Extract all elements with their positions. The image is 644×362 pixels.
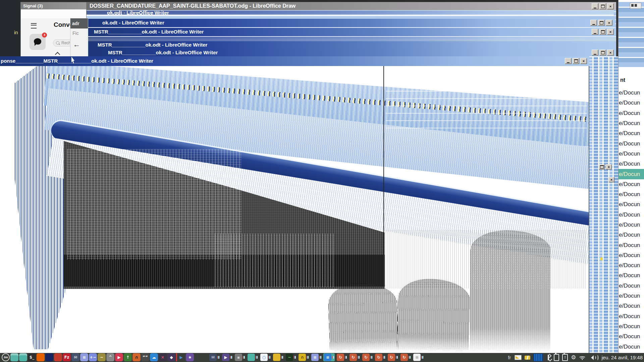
- file-list-item[interactable]: e/Docun: [619, 138, 644, 148]
- cloud-icon[interactable]: ☁: [150, 353, 158, 361]
- maximize-button[interactable]: [598, 20, 605, 26]
- taskbar-window-photo[interactable]: ▪: [234, 353, 246, 361]
- hamburger-menu-icon[interactable]: [31, 23, 37, 28]
- file-list-item[interactable]: e/Docun: [619, 270, 644, 281]
- weave-icon[interactable]: ×: [159, 353, 167, 361]
- chevron-up-icon[interactable]: [55, 52, 60, 56]
- calculator-icon[interactable]: +−: [89, 353, 97, 361]
- taskbar-window-writer-4[interactable]: ↻: [374, 353, 386, 361]
- signal-chats-nav-item[interactable]: 3: [30, 34, 46, 50]
- file-list-item[interactable]: e/Docun: [619, 149, 644, 159]
- taskbar-window-writer-1[interactable]: ↻: [336, 353, 347, 361]
- pipe-tool-icon[interactable]: ~: [98, 353, 106, 361]
- minimize-button[interactable]: [592, 50, 598, 56]
- writer-titlebar-6[interactable]: MSTR____________ok.odt - LibreOffice Wri…: [88, 49, 616, 57]
- marker-icon[interactable]: ▶: [115, 353, 123, 361]
- file-list-item[interactable]: e/Docun: [619, 321, 644, 331]
- file-list-item[interactable]: e/Docun: [619, 169, 644, 179]
- close-button[interactable]: ×: [606, 20, 612, 26]
- sync-tool-icon[interactable]: ▶: [176, 353, 185, 361]
- minimize-button[interactable]: [592, 3, 598, 9]
- bluetooth-icon[interactable]: [548, 355, 549, 360]
- file-list-item[interactable]: e/Docun: [619, 240, 644, 250]
- wifi-icon[interactable]: [579, 355, 586, 360]
- text-editor-icon[interactable]: [45, 353, 53, 361]
- filezilla-icon[interactable]: Fz: [63, 353, 71, 361]
- maximize-button[interactable]: [599, 29, 606, 35]
- maximize-button[interactable]: [599, 3, 606, 9]
- taskbar-window-doc-white[interactable]: ≡: [413, 353, 424, 361]
- close-button[interactable]: ×: [606, 164, 612, 170]
- screen-ruler-icon[interactable]: [515, 355, 522, 360]
- show-desktop-icon[interactable]: [10, 353, 18, 361]
- file-list-item[interactable]: e/Docun: [619, 179, 644, 189]
- taskbar-window-writer-3[interactable]: ↻: [362, 353, 373, 361]
- signal-titlebar[interactable]: Signal (3): [21, 2, 86, 9]
- writer-titlebar-3[interactable]: MSTR____________ok.odt - LibreOffice Wri…: [86, 28, 616, 37]
- back-arrow-icon[interactable]: ←: [73, 41, 80, 49]
- close-button[interactable]: ×: [580, 58, 587, 64]
- updates-gear-icon[interactable]: ⚙: [571, 355, 576, 360]
- network-share-icon[interactable]: ∗: [186, 353, 194, 361]
- taskbar-window-terminal[interactable]: ~: [285, 353, 297, 361]
- file-list-item[interactable]: e/Docun: [619, 128, 644, 138]
- file-list-item[interactable]: e/Docun: [619, 199, 644, 209]
- close-button[interactable]: ×: [608, 177, 614, 182]
- software-update-icon[interactable]: ↑: [124, 353, 132, 361]
- audacity-icon[interactable]: ∩: [132, 353, 141, 361]
- terminal-icon[interactable]: $_: [28, 353, 36, 361]
- file-list-item[interactable]: e/Docun: [619, 210, 644, 220]
- color-picker-icon[interactable]: ^: [106, 353, 114, 361]
- firefox-icon[interactable]: [37, 353, 45, 361]
- taskbar-window-mail[interactable]: ✉: [209, 353, 220, 361]
- file-list-item[interactable]: e/Docun: [619, 311, 644, 321]
- scanner-icon[interactable]: [54, 353, 62, 361]
- file-list-item[interactable]: e/Docun: [619, 220, 644, 230]
- volume-icon[interactable]: [589, 355, 598, 360]
- file-list-item[interactable]: e/Docun: [619, 189, 644, 199]
- mint-menu-icon[interactable]: lm: [2, 353, 10, 361]
- writer-titlebar-1[interactable]: ok.odt - LibreOffice Writer: [86, 10, 614, 15]
- taskbar-window-media[interactable]: ▶: [221, 353, 233, 361]
- close-button[interactable]: ×: [607, 3, 614, 9]
- clock[interactable]: jeu. 24 avril, 19:48: [601, 355, 643, 360]
- system-monitor-icon[interactable]: [533, 354, 543, 361]
- maximize-button[interactable]: [599, 164, 605, 170]
- file-list-item[interactable]: e/Docun: [619, 159, 644, 169]
- taskbar-window-writer-5[interactable]: ↻: [387, 353, 398, 361]
- taskbar-window-writer-2[interactable]: ↻: [349, 353, 360, 361]
- clipboard-icon[interactable]: !: [562, 354, 568, 361]
- minimize-button[interactable]: [565, 58, 572, 64]
- inkscape-icon[interactable]: ◆: [167, 353, 175, 361]
- taskbar-window-doc-purple[interactable]: ≡: [311, 353, 322, 361]
- maximize-button[interactable]: [573, 58, 579, 64]
- writer-titlebar-2[interactable]: ok.odt - LibreOffice Writer ×: [75, 19, 615, 28]
- file-list-item[interactable]: e/Docun: [619, 291, 644, 301]
- writer-main-titlebar[interactable]: ponse__________MSTR____________ok.odt - …: [0, 56, 589, 66]
- file-manager-icon[interactable]: [19, 353, 27, 361]
- writer-titlebar-5[interactable]: MSTR____________ok.odt - LibreOffice Wri…: [86, 41, 616, 49]
- file-list-item[interactable]: e/Docun: [619, 331, 644, 342]
- file-list-item[interactable]: e/Docun: [619, 260, 644, 270]
- close-button[interactable]: ×: [607, 29, 614, 35]
- file-list-item[interactable]: e/Docun: [619, 108, 644, 118]
- taskbar-window-shield[interactable]: ○: [260, 353, 271, 361]
- taskbar-window-folder-2[interactable]: [272, 353, 284, 361]
- minimize-button[interactable]: [590, 20, 597, 26]
- taskbar-window-folder[interactable]: [247, 353, 258, 361]
- file-list-item[interactable]: e/Docun: [619, 118, 644, 128]
- file-list-item[interactable]: e/Docun: [619, 281, 644, 291]
- file-list-item[interactable]: e/Docun: [619, 230, 644, 240]
- close-button[interactable]: ×: [607, 50, 614, 56]
- notes-icon[interactable]: ≡: [80, 353, 88, 361]
- quotes-icon[interactable]: ””: [141, 353, 149, 361]
- file-list-item[interactable]: e/Docun: [619, 98, 644, 108]
- taskbar-window-doc-active[interactable]: ≡: [323, 353, 335, 361]
- popup-menu-item[interactable]: Fic: [72, 31, 79, 36]
- taskbar-window-keepass[interactable]: ∩: [298, 353, 309, 361]
- language-indicator[interactable]: fr: [508, 355, 511, 360]
- folder-tray-icon[interactable]: [525, 356, 530, 360]
- file-list-item[interactable]: e/Docun: [619, 250, 644, 260]
- file-list-item[interactable]: e/Docun: [619, 88, 644, 98]
- draw-window-titlebar[interactable]: DOSSIER_CANDIDATURE_AAP_SAINT-GILLES-SAB…: [86, 2, 616, 10]
